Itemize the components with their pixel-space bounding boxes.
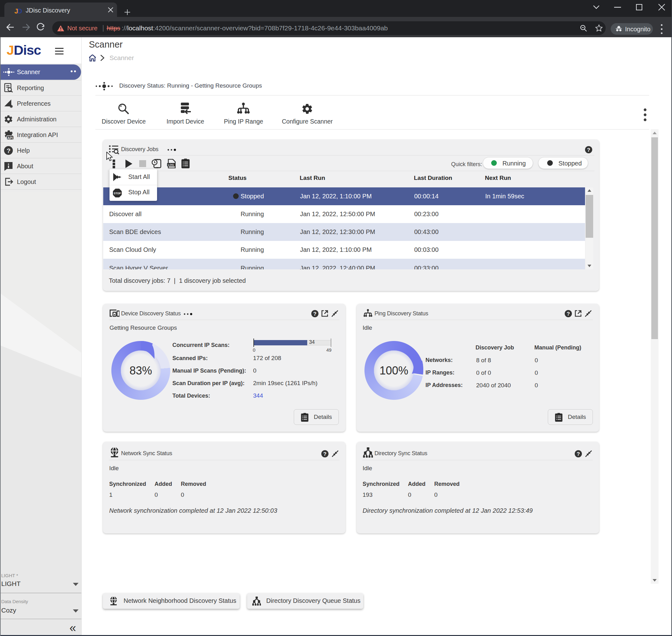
svg-text:?: ?: [567, 311, 570, 317]
svg-text:API: API: [7, 136, 13, 140]
svg-text:?: ?: [6, 147, 11, 154]
svg-text:?: ?: [587, 147, 590, 153]
svg-text:?: ?: [313, 311, 316, 317]
svg-text:100%: 100%: [379, 364, 408, 377]
svg-text:D: D: [17, 7, 22, 15]
svg-text:STOP: STOP: [114, 192, 121, 195]
svg-text:?: ?: [577, 451, 580, 457]
svg-text:LOG: LOG: [168, 163, 174, 166]
svg-text:?: ?: [323, 451, 326, 457]
svg-text:83%: 83%: [130, 364, 152, 377]
